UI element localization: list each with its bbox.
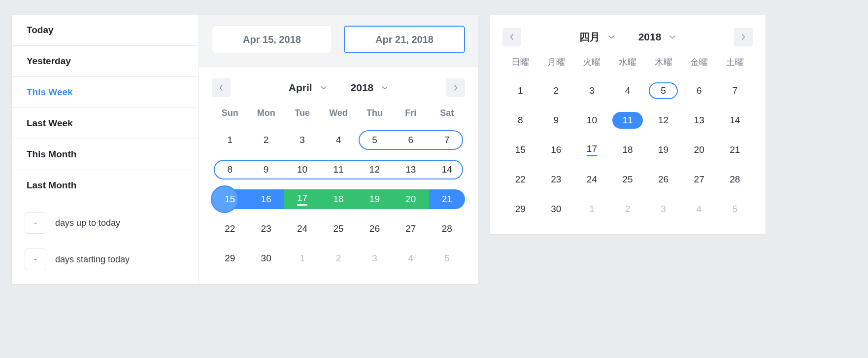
day-cell[interactable]: 2 — [320, 248, 356, 269]
day-cell[interactable]: 4 — [681, 199, 717, 219]
day-number: 12 — [658, 115, 668, 126]
day-cell[interactable]: 21 — [429, 188, 465, 210]
day-cell[interactable]: 10 — [284, 159, 320, 180]
month-selector[interactable]: April — [289, 82, 327, 94]
day-cell[interactable]: 30 — [538, 199, 574, 219]
day-cell[interactable]: 21 — [717, 140, 753, 160]
day-cell[interactable]: 4 — [610, 81, 646, 101]
day-cell[interactable]: 8 — [212, 159, 248, 180]
day-cell[interactable]: 23 — [248, 218, 284, 240]
weekday-header: Thu — [357, 108, 393, 121]
day-cell[interactable]: 24 — [574, 170, 610, 189]
day-number: 3 — [300, 135, 305, 145]
prev-month-button[interactable] — [212, 78, 231, 97]
day-cell[interactable]: 20 — [393, 188, 429, 210]
month-selector[interactable]: 四月 — [579, 30, 615, 44]
day-cell[interactable]: 7 — [429, 129, 465, 151]
next-month-button[interactable] — [446, 78, 465, 97]
day-cell[interactable]: 5 — [717, 199, 753, 219]
day-cell[interactable]: 9 — [248, 159, 284, 180]
day-cell[interactable]: 27 — [393, 218, 429, 240]
day-cell[interactable]: 1 — [212, 129, 248, 151]
day-cell[interactable]: 9 — [538, 110, 574, 130]
day-cell[interactable]: 26 — [357, 218, 393, 240]
day-cell[interactable]: 28 — [717, 170, 753, 189]
day-cell[interactable]: 4 — [393, 248, 429, 269]
days-up-to-today-input[interactable] — [25, 212, 46, 234]
day-cell[interactable]: 5 — [645, 81, 681, 101]
day-number: 12 — [369, 164, 380, 175]
day-cell[interactable]: 1 — [502, 81, 538, 101]
day-cell[interactable]: 25 — [610, 170, 646, 189]
day-number: 27 — [405, 223, 416, 234]
prev-month-button[interactable] — [502, 28, 521, 46]
day-cell[interactable]: 2 — [538, 81, 574, 101]
preset-item[interactable]: Last Month — [12, 170, 199, 201]
day-cell[interactable]: 16 — [538, 140, 574, 160]
day-cell[interactable]: 10 — [574, 110, 610, 130]
day-cell[interactable]: 26 — [645, 170, 681, 189]
day-cell[interactable]: 15 — [212, 188, 248, 210]
day-cell[interactable]: 18 — [610, 140, 646, 160]
day-cell[interactable]: 17 — [284, 188, 320, 210]
day-cell[interactable]: 4 — [320, 129, 356, 151]
day-cell[interactable]: 23 — [538, 170, 574, 189]
day-cell[interactable]: 19 — [645, 140, 681, 160]
day-cell[interactable]: 1 — [284, 248, 320, 269]
start-date-input[interactable]: Apr 15, 2018 — [212, 26, 332, 53]
day-cell[interactable]: 7 — [717, 81, 753, 101]
day-cell[interactable]: 18 — [320, 188, 356, 210]
day-cell[interactable]: 6 — [681, 81, 717, 101]
day-cell[interactable]: 20 — [681, 140, 717, 160]
day-cell[interactable]: 30 — [248, 248, 284, 269]
preset-custom-area: days up to today days starting today — [12, 201, 199, 281]
day-cell[interactable]: 29 — [502, 199, 538, 219]
preset-item[interactable]: Last Week — [12, 108, 199, 139]
days-starting-today-input[interactable] — [25, 249, 46, 270]
day-cell[interactable]: 17 — [574, 140, 610, 160]
day-cell[interactable]: 19 — [357, 188, 393, 210]
preset-item[interactable]: Today — [12, 15, 199, 46]
day-cell[interactable]: 25 — [320, 218, 356, 240]
day-cell[interactable]: 5 — [429, 248, 465, 269]
day-cell[interactable]: 2 — [610, 199, 646, 219]
year-selector[interactable]: 2018 — [638, 31, 676, 43]
day-cell[interactable]: 11 — [320, 159, 356, 180]
day-cell[interactable]: 11 — [610, 110, 646, 130]
day-cell[interactable]: 28 — [429, 218, 465, 240]
day-cell[interactable]: 8 — [502, 110, 538, 130]
preset-item[interactable]: This Week — [12, 77, 199, 108]
day-cell[interactable]: 3 — [357, 248, 393, 269]
day-cell[interactable]: 14 — [429, 159, 465, 180]
day-cell[interactable]: 13 — [681, 110, 717, 130]
day-cell[interactable]: 22 — [502, 170, 538, 189]
day-number: 18 — [622, 144, 633, 155]
day-number: 26 — [658, 174, 668, 185]
preset-item[interactable]: Yesterday — [12, 46, 199, 77]
day-cell[interactable]: 3 — [645, 199, 681, 219]
days-up-to-today-row: days up to today — [25, 212, 186, 234]
day-cell[interactable]: 14 — [717, 110, 753, 130]
year-selector[interactable]: 2018 — [351, 82, 389, 94]
day-cell[interactable]: 3 — [574, 81, 610, 101]
preset-item[interactable]: This Month — [12, 139, 199, 170]
day-cell[interactable]: 22 — [212, 218, 248, 240]
day-cell[interactable]: 27 — [681, 170, 717, 189]
day-cell[interactable]: 24 — [284, 218, 320, 240]
next-month-button[interactable] — [734, 28, 753, 46]
end-date-input[interactable]: Apr 21, 2018 — [344, 26, 465, 53]
day-cell[interactable]: 15 — [502, 140, 538, 160]
day-number: 5 — [444, 253, 450, 264]
day-cell[interactable]: 12 — [357, 159, 393, 180]
day-number: 26 — [369, 223, 380, 234]
day-cell[interactable]: 2 — [248, 129, 284, 151]
day-cell[interactable]: 6 — [393, 129, 429, 151]
day-cell[interactable]: 12 — [645, 110, 681, 130]
day-cell[interactable]: 1 — [574, 199, 610, 219]
day-cell[interactable]: 29 — [212, 248, 248, 269]
day-cell[interactable]: 16 — [248, 188, 284, 210]
day-cell[interactable]: 3 — [284, 129, 320, 151]
day-cell[interactable]: 5 — [357, 129, 393, 151]
day-cell[interactable]: 13 — [393, 159, 429, 180]
day-number: 16 — [551, 144, 561, 155]
